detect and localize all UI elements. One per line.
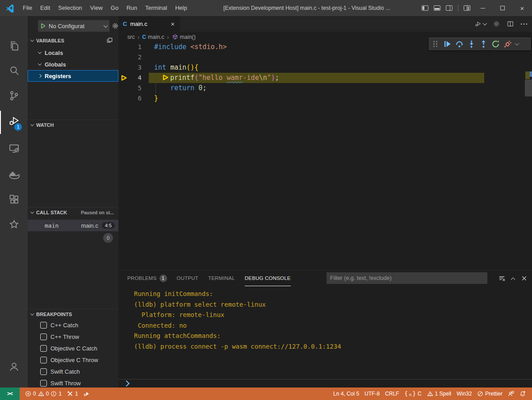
source-control-icon[interactable] — [0, 84, 28, 107]
feedback-button[interactable] — [505, 391, 517, 397]
chevron-down-icon[interactable] — [515, 41, 519, 46]
formatter-status[interactable]: Prettier — [474, 391, 505, 397]
menu-file[interactable]: File — [19, 0, 36, 16]
close-button[interactable]: × — [512, 0, 532, 16]
maximize-button[interactable] — [493, 0, 512, 16]
console-prompt-chevron-icon[interactable] — [123, 380, 130, 387]
run-debug-icon[interactable] — [0, 109, 28, 132]
menu-selection[interactable]: Selection — [54, 0, 86, 16]
toggle-secondary-sidebar-icon[interactable] — [443, 0, 455, 16]
eol-indicator[interactable]: CRLF — [382, 391, 402, 397]
tab-terminal[interactable]: TERMINAL — [208, 271, 235, 286]
variables-scope-globals[interactable]: Globals — [28, 58, 118, 70]
more-actions-icon[interactable]: ··· — [520, 20, 528, 28]
settings-gear-icon[interactable] — [493, 20, 500, 28]
breadcrumb-file[interactable]: main.c — [148, 34, 164, 40]
watch-title: WATCH — [36, 122, 54, 128]
open-launch-json-gear-icon[interactable] — [112, 22, 118, 29]
star-icon[interactable] — [0, 212, 28, 236]
clear-console-icon[interactable] — [498, 275, 505, 282]
toggle-panel-icon[interactable] — [431, 0, 443, 16]
tools-indicator[interactable]: 1 — [64, 391, 81, 397]
checkbox[interactable] — [40, 333, 47, 340]
continue-icon[interactable] — [443, 40, 452, 48]
checkbox[interactable] — [40, 345, 47, 352]
menu-go[interactable]: Go — [107, 0, 122, 16]
checkbox[interactable] — [40, 357, 47, 363]
editor-scrollbar[interactable] — [525, 79, 532, 96]
variables-section-header[interactable]: VARIABLES — [28, 36, 118, 46]
tab-main-c[interactable]: C main.c × — [118, 16, 180, 32]
status-bar-right: Ln 4, Col 5 UTF-8 CRLF {}C 1 Spell Win32… — [331, 391, 532, 397]
stack-frame-row[interactable]: main main.c 4:5 — [28, 220, 118, 231]
breadcrumb-folder[interactable]: src — [127, 34, 135, 40]
step-into-icon[interactable] — [467, 40, 476, 48]
watch-section-header[interactable]: WATCH — [28, 120, 118, 129]
notifications-button[interactable] — [517, 391, 528, 397]
language-mode[interactable]: {}C — [402, 391, 424, 397]
language-status-dot-icon — [409, 394, 411, 396]
docker-icon[interactable] — [0, 162, 28, 186]
run-or-debug-button[interactable] — [474, 20, 486, 28]
menu-terminal[interactable]: Terminal — [141, 0, 171, 16]
customize-layout-icon[interactable] — [461, 0, 473, 16]
breakpoints-section-header[interactable]: BREAKPOINTS — [28, 309, 118, 319]
overview-ruler-current-line-marker — [525, 71, 530, 79]
breakpoint-objc-catch[interactable]: Objective C Catch — [28, 342, 118, 354]
step-out-icon[interactable] — [479, 40, 488, 48]
remote-indicator[interactable]: >< — [0, 388, 20, 400]
breakpoint-cpp-catch[interactable]: C++ Catch — [28, 319, 118, 331]
code-editor[interactable]: 1 #include <stdio.h> 2 3 int main(){ 4 p… — [118, 42, 532, 270]
restart-icon[interactable] — [491, 40, 500, 48]
tab-debug-console[interactable]: DEBUG CONSOLE — [245, 271, 291, 286]
breadcrumb-symbol[interactable]: main() — [180, 34, 196, 40]
disconnect-icon[interactable] — [503, 40, 512, 48]
variables-scope-locals[interactable]: Locals — [28, 47, 118, 58]
extensions-icon[interactable] — [0, 188, 28, 211]
gutter-glyph-margin[interactable] — [118, 83, 132, 93]
menu-run[interactable]: Run — [122, 0, 141, 16]
gutter-glyph-margin[interactable] — [118, 93, 132, 104]
drag-handle-icon[interactable] — [431, 40, 440, 48]
platform-indicator[interactable]: Win32 — [454, 391, 474, 397]
variables-scope-registers[interactable]: Registers — [28, 70, 118, 82]
checkbox[interactable] — [40, 368, 47, 375]
problems-summary[interactable]: 0 0 1 — [22, 391, 64, 397]
gutter-glyph-margin[interactable] — [118, 73, 132, 83]
menu-edit[interactable]: Edit — [36, 0, 54, 16]
menu-view[interactable]: View — [86, 0, 107, 16]
gutter-glyph-margin[interactable] — [118, 42, 132, 52]
search-icon[interactable] — [0, 59, 28, 82]
explorer-icon[interactable] — [0, 34, 28, 57]
console-filter-input[interactable] — [327, 272, 487, 284]
call-stack-section-header[interactable]: CALL STACK Paused on st... — [28, 207, 118, 217]
checkbox[interactable] — [40, 380, 47, 387]
tab-output[interactable]: OUTPUT — [177, 271, 198, 286]
close-panel-icon[interactable] — [521, 275, 528, 282]
encoding-indicator[interactable]: UTF-8 — [362, 391, 382, 397]
breakpoint-objc-throw[interactable]: Objective C Throw — [28, 354, 118, 366]
tab-problems[interactable]: PROBLEMS1 — [127, 271, 167, 286]
minimize-button[interactable] — [473, 0, 493, 16]
menu-help[interactable]: Help — [171, 0, 191, 16]
breakpoint-swift-throw[interactable]: Swift Throw — [28, 377, 118, 388]
close-tab-icon[interactable]: × — [170, 21, 176, 27]
breadcrumb-separator: › — [167, 33, 169, 41]
gutter-glyph-margin[interactable] — [118, 62, 132, 73]
step-over-icon[interactable] — [455, 40, 464, 48]
cursor-position[interactable]: Ln 4, Col 5 — [331, 391, 362, 397]
debug-status[interactable] — [81, 391, 92, 397]
split-editor-icon[interactable] — [507, 20, 514, 28]
breakpoint-swift-catch[interactable]: Swift Catch — [28, 366, 118, 377]
launch-configuration-dropdown[interactable]: No Configurat — [38, 20, 109, 32]
start-debug-icon[interactable] — [40, 23, 46, 29]
breakpoint-cpp-throw[interactable]: C++ Throw — [28, 331, 118, 342]
remote-explorer-icon[interactable] — [0, 137, 28, 160]
spell-checker-status[interactable]: 1 Spell — [424, 391, 454, 397]
account-icon[interactable] — [0, 354, 28, 378]
checkbox[interactable] — [40, 322, 47, 329]
gutter-glyph-margin[interactable] — [118, 52, 132, 62]
copy-icon[interactable] — [106, 37, 113, 44]
maximize-panel-icon[interactable] — [511, 277, 515, 282]
toggle-sidebar-icon[interactable] — [419, 0, 431, 16]
